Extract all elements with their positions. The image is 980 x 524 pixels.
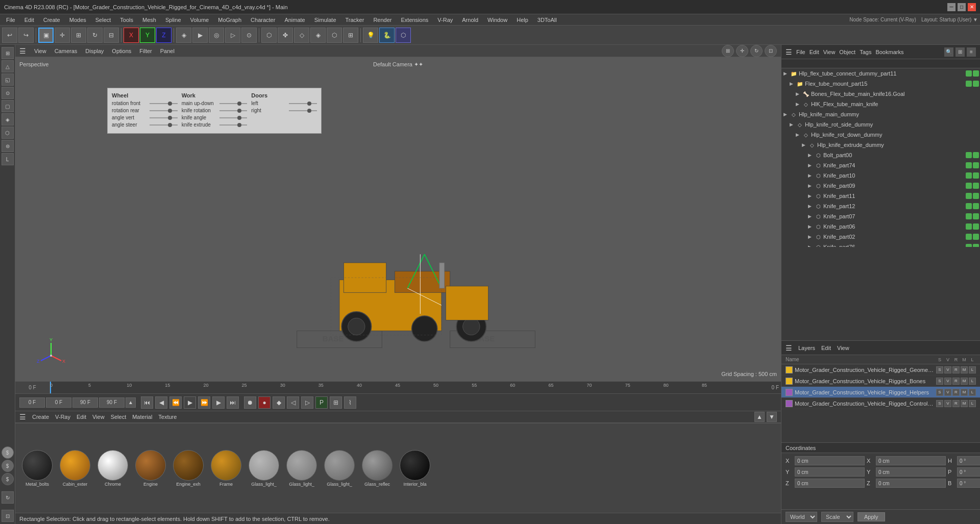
move-button[interactable]: ✛ xyxy=(55,28,70,43)
coord-b-rot[interactable] xyxy=(957,479,980,488)
panel-slider-main-updown[interactable] xyxy=(219,103,248,104)
menu-character[interactable]: Character xyxy=(247,16,279,24)
tool-s3[interactable]: $ xyxy=(2,473,14,485)
auto-record-button[interactable]: ● xyxy=(258,396,271,409)
menu-help[interactable]: Help xyxy=(512,16,532,24)
model-mode-button[interactable]: ◈ xyxy=(176,28,191,43)
mat-menu-create[interactable]: Create xyxy=(32,414,49,420)
axis-y-button[interactable]: Y xyxy=(140,28,155,43)
panel-slider-rot-front[interactable] xyxy=(150,103,178,104)
tool-6[interactable]: ◈ xyxy=(2,113,14,126)
fps-input[interactable] xyxy=(99,397,125,408)
timeline-ruler-area[interactable]: 051015202530354045505560657075808590 xyxy=(50,382,740,393)
scene-menu-tags[interactable]: Tags xyxy=(860,49,871,55)
tool-7[interactable]: ⬡ xyxy=(2,127,14,139)
coord-y-pos[interactable] xyxy=(795,467,865,477)
scene-menu-view[interactable]: View xyxy=(823,49,836,55)
tree-item-6[interactable]: ▶◇Hlp_knife_rot_down_dummy xyxy=(781,130,980,140)
panel-slider-knife-angle[interactable] xyxy=(219,117,248,118)
menu-create[interactable]: Create xyxy=(39,16,64,24)
tree-item-2[interactable]: ▶🦴Bones_Flex_tube_main_knife16.Goal xyxy=(781,89,980,99)
object-mode-button[interactable]: ▶ xyxy=(192,28,208,43)
menu-render[interactable]: Render xyxy=(369,16,396,24)
axis-z-button[interactable]: Z xyxy=(156,28,172,43)
mat-menu-view[interactable]: View xyxy=(92,414,105,420)
tree-item-7[interactable]: ▶◇Hlp_knife_extrude_dummy xyxy=(781,140,980,150)
menu-tracker[interactable]: Tracker xyxy=(341,16,369,24)
menu-arnold[interactable]: Arnold xyxy=(458,16,482,24)
start-frame-input[interactable] xyxy=(46,397,71,408)
layer-r-controllers[interactable]: R xyxy=(952,400,960,407)
layer-l-geometry[interactable]: L xyxy=(969,366,976,373)
layer-r-bones[interactable]: R xyxy=(952,378,960,385)
menu-mograph[interactable]: MoGraph xyxy=(214,16,246,24)
tool-s1[interactable]: $ xyxy=(2,446,14,459)
material-item-glass1[interactable]: Glass_light_ xyxy=(246,450,282,487)
snap-button[interactable]: ✤ xyxy=(278,28,293,43)
scene-filter-icon[interactable]: ⊞ xyxy=(955,47,965,57)
coord-z-scale[interactable] xyxy=(876,479,946,488)
snap-grid[interactable]: ⊞ xyxy=(343,28,358,43)
tree-item-5[interactable]: ▶◇Hlp_knife_rot_side_dummy xyxy=(781,119,980,130)
coord-p-rot[interactable] xyxy=(957,467,980,477)
material-item-frame[interactable]: Frame xyxy=(208,450,244,487)
tool-9[interactable]: L xyxy=(2,153,14,165)
coord-x-scale[interactable] xyxy=(876,456,946,465)
mat-menu-toggle[interactable]: ☰ xyxy=(19,413,26,421)
undo-button[interactable]: ↩ xyxy=(2,28,17,43)
scene-search-icon[interactable]: 🔍 xyxy=(944,47,953,57)
transform-button[interactable]: ⊟ xyxy=(104,28,119,43)
layer-s-controllers[interactable]: S xyxy=(936,400,943,407)
viewport-nav-2[interactable]: ✛ xyxy=(736,45,748,57)
snap-vertex[interactable]: ◇ xyxy=(294,28,309,43)
layer-geometry[interactable]: Motor_Grader_Construction_Vehicle_Rigged… xyxy=(781,364,980,376)
layer-v-geometry[interactable]: V xyxy=(944,366,951,373)
material-item-glass3[interactable]: Glass_light_ xyxy=(322,450,357,487)
layer-m-controllers[interactable]: M xyxy=(961,400,968,407)
material-item-cabin[interactable]: Cabin_exter xyxy=(57,450,93,487)
viewport-menu-display[interactable]: Display xyxy=(85,48,104,54)
tree-item-10[interactable]: ▶⬡Knife_part10 xyxy=(781,170,980,181)
tree-item-17[interactable]: ▶⬡Knife_part76 xyxy=(781,242,980,247)
panel-slider-angle-vert[interactable] xyxy=(150,117,178,118)
green-mode-button[interactable]: P xyxy=(315,396,328,409)
layer-v-bones[interactable]: V xyxy=(944,378,951,385)
viewport-menu-toggle[interactable]: ☰ xyxy=(19,47,26,55)
layer-m-bones[interactable]: M xyxy=(961,378,968,385)
curve-button[interactable]: ⌇ xyxy=(344,396,356,409)
plugin-button[interactable]: ⬡ xyxy=(396,28,411,43)
menu-file[interactable]: File xyxy=(2,16,19,24)
material-item-glass-reflect[interactable]: Glass_reflec xyxy=(359,450,395,487)
layer-s-helpers[interactable]: S xyxy=(936,389,943,396)
layer-r-geometry[interactable]: R xyxy=(952,366,960,373)
record-button[interactable]: ⏺ xyxy=(244,396,256,409)
render-button[interactable]: ⊙ xyxy=(241,28,257,43)
scene-menu-bookmarks[interactable]: Bookmarks xyxy=(875,49,903,55)
layers-menu-toggle[interactable]: ☰ xyxy=(786,344,792,352)
tree-item-4[interactable]: ▶◇Hlp_knife_main_dummy xyxy=(781,109,980,119)
mat-menu-material[interactable]: Material xyxy=(132,414,152,420)
layer-s-geometry[interactable]: S xyxy=(936,366,943,373)
coord-z-pos[interactable] xyxy=(795,479,865,488)
coord-x-pos[interactable] xyxy=(795,456,865,465)
close-button[interactable]: ✕ xyxy=(968,3,976,11)
viewport-menu-options[interactable]: Options xyxy=(112,48,131,54)
panel-slider-right[interactable] xyxy=(289,110,317,111)
layer-l-bones[interactable]: L xyxy=(969,378,976,385)
coord-system-dropdown[interactable]: World Local Object xyxy=(786,512,817,522)
layer-r-helpers[interactable]: R xyxy=(952,389,960,396)
panel-slider-left[interactable] xyxy=(289,103,317,104)
tool-bottom[interactable]: ⊡ xyxy=(2,510,14,522)
material-item-engine[interactable]: Engine xyxy=(133,450,168,487)
tree-item-13[interactable]: ▶⬡Knife_part12 xyxy=(781,201,980,211)
menu-modes[interactable]: Modes xyxy=(65,16,90,24)
menu-select[interactable]: Select xyxy=(91,16,115,24)
go-start-button[interactable]: ⏮ xyxy=(141,396,153,409)
light-button[interactable]: 💡 xyxy=(363,28,378,43)
menu-spline[interactable]: Spline xyxy=(161,16,185,24)
next-keyframe-button[interactable]: ⏩ xyxy=(198,396,210,409)
menu-volume[interactable]: Volume xyxy=(186,16,213,24)
snap-edge[interactable]: ◈ xyxy=(310,28,326,43)
menu-animate[interactable]: Animate xyxy=(280,16,309,24)
menu-simulate[interactable]: Simulate xyxy=(310,16,340,24)
